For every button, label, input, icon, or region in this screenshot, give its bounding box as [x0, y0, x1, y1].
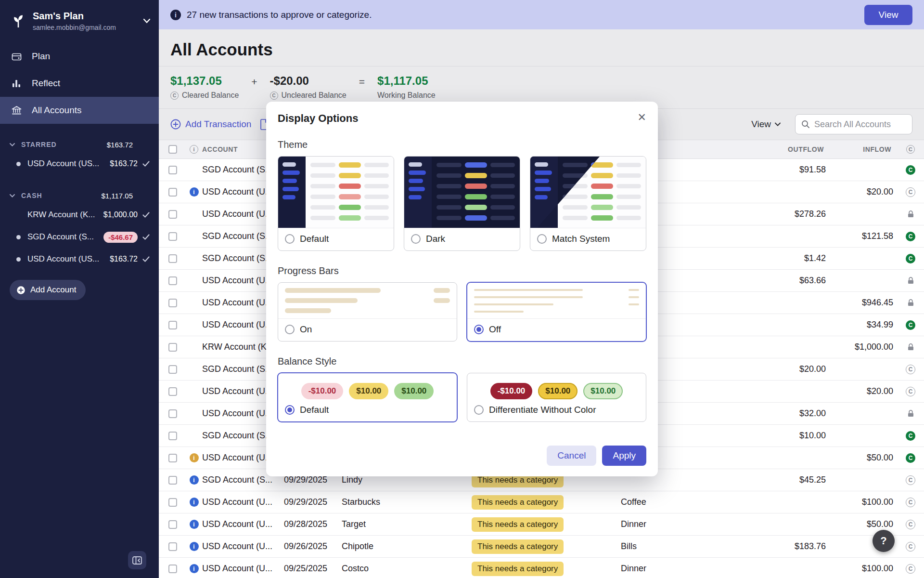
check-icon	[142, 212, 151, 218]
row-checkbox[interactable]	[168, 565, 177, 573]
chevron-down-icon	[10, 194, 16, 197]
info-icon[interactable]: i	[190, 187, 199, 197]
add-account-button[interactable]: Add Account	[10, 280, 86, 300]
info-icon[interactable]: i	[190, 498, 199, 507]
payee-cell: Costco	[342, 564, 472, 574]
group-header-cash[interactable]: CASH $1,117.05	[0, 187, 159, 204]
radio-theme-default[interactable]	[285, 234, 295, 244]
sidebar-item-label: Reflect	[32, 78, 60, 89]
cleared-status-icon[interactable]: C	[906, 431, 915, 441]
row-checkbox[interactable]	[168, 299, 177, 307]
transaction-row[interactable]: i USD Account (U... 09/25/2025 Costco Th…	[159, 558, 924, 578]
radio-theme-dark[interactable]	[411, 234, 421, 244]
row-checkbox[interactable]	[168, 542, 177, 551]
theme-option-match-system[interactable]: Match System	[530, 156, 646, 251]
search-input[interactable]	[814, 119, 906, 130]
theme-option-dark[interactable]: Dark	[404, 156, 520, 251]
cleared-status-icon[interactable]: C	[906, 187, 915, 197]
sidebar-account-item[interactable]: KRW Account (K... $1,000.00	[0, 204, 159, 226]
row-checkbox[interactable]	[168, 387, 177, 396]
sidebar-account-item[interactable]: SGD Account (S... -$46.67	[0, 226, 159, 248]
sidebar-item-plan[interactable]: Plan	[0, 43, 159, 70]
radio-balance-default[interactable]	[285, 405, 295, 415]
row-checkbox[interactable]	[168, 166, 177, 174]
row-checkbox[interactable]	[168, 409, 177, 418]
row-checkbox[interactable]	[168, 210, 177, 219]
cleared-status-icon[interactable]	[906, 342, 915, 352]
needs-category-badge[interactable]: This needs a category	[472, 495, 564, 510]
group-header-starred[interactable]: STARRED $163.72	[0, 136, 159, 153]
plan-menu-button[interactable]: Sam's Plan samlee.mobbin@gmail.com	[0, 0, 159, 40]
apply-button[interactable]: Apply	[602, 446, 646, 466]
info-icon[interactable]: i	[190, 542, 199, 551]
radio-theme-match-system[interactable]	[537, 234, 547, 244]
inflow-cell: $121.58	[830, 231, 897, 241]
sidebar-account-item[interactable]: USD Account (US... $163.72	[0, 153, 159, 175]
info-icon[interactable]: i	[190, 453, 199, 462]
transaction-row[interactable]: i USD Account (U... 09/29/2025 Starbucks…	[159, 491, 924, 513]
cleared-status-icon[interactable]: C	[906, 498, 915, 507]
uncleared-balance-amount: -$20.00	[270, 74, 346, 88]
needs-category-badge[interactable]: This needs a category	[472, 517, 564, 532]
row-checkbox[interactable]	[168, 321, 177, 329]
cleared-status-icon[interactable]: C	[906, 365, 915, 374]
row-checkbox[interactable]	[168, 520, 177, 529]
theme-option-default[interactable]: Default	[278, 156, 394, 251]
needs-category-badge[interactable]: This needs a category	[472, 562, 564, 576]
info-icon[interactable]: i	[190, 475, 199, 485]
radio-progress-on[interactable]	[285, 325, 295, 334]
outflow-column-header[interactable]: OUTFLOW	[760, 145, 830, 153]
info-icon[interactable]: i	[190, 520, 199, 529]
cleared-status-icon[interactable]: C	[906, 232, 915, 241]
row-checkbox[interactable]	[168, 276, 177, 285]
transaction-row[interactable]: i USD Account (U... 09/28/2025 Target Th…	[159, 513, 924, 536]
cleared-status-icon[interactable]: C	[906, 564, 915, 574]
cleared-status-icon[interactable]	[906, 298, 915, 308]
check-icon	[142, 161, 151, 167]
info-icon[interactable]: i	[190, 564, 199, 573]
cleared-status-icon[interactable]: C	[906, 165, 915, 175]
row-checkbox[interactable]	[168, 476, 177, 485]
inflow-column-header[interactable]: INFLOW	[830, 145, 897, 153]
row-checkbox[interactable]	[168, 232, 177, 241]
banner-view-button[interactable]: View	[864, 5, 912, 25]
row-checkbox[interactable]	[168, 254, 177, 263]
row-checkbox[interactable]	[168, 188, 177, 197]
progress-bars-option-on[interactable]: On	[278, 282, 457, 342]
balance-style-option-differentiate[interactable]: -$10.00 $10.00 $10.00 Differentiate With…	[467, 373, 646, 422]
row-checkbox[interactable]	[168, 365, 177, 374]
add-transaction-button[interactable]: Add Transaction	[170, 119, 251, 130]
radio-progress-off[interactable]	[474, 325, 484, 334]
row-checkbox[interactable]	[168, 498, 177, 507]
sidebar-item-all-accounts[interactable]: All Accounts	[0, 97, 159, 124]
cleared-status-icon[interactable]	[906, 210, 915, 219]
cleared-status-icon[interactable]: C	[906, 542, 915, 552]
sidebar-item-reflect[interactable]: Reflect	[0, 70, 159, 97]
needs-category-badge[interactable]: This needs a category	[472, 539, 564, 554]
close-icon[interactable]: ✕	[638, 112, 646, 123]
cleared-status-icon[interactable]: C	[906, 320, 915, 330]
help-button[interactable]: ?	[873, 530, 895, 552]
cleared-status-icon[interactable]: C	[906, 387, 915, 396]
cancel-button[interactable]: Cancel	[547, 446, 596, 466]
cleared-status-icon[interactable]	[906, 409, 915, 419]
cleared-status-icon[interactable]: C	[906, 475, 915, 485]
row-checkbox[interactable]	[168, 343, 177, 352]
cleared-status-icon[interactable]: C	[906, 520, 915, 529]
theme-section-label: Theme	[278, 139, 646, 150]
cleared-status-icon[interactable]: C	[906, 254, 915, 263]
progress-bars-option-off[interactable]: Off	[467, 282, 646, 342]
sidebar-nav: Plan Reflect All Accounts	[0, 43, 159, 124]
cleared-status-icon[interactable]	[906, 276, 915, 286]
balance-style-option-default[interactable]: -$10.00 $10.00 $10.00 Default	[278, 373, 457, 422]
row-checkbox[interactable]	[168, 454, 177, 462]
row-checkbox[interactable]	[168, 432, 177, 440]
sidebar-account-item[interactable]: USD Account (US... $163.72	[0, 248, 159, 270]
collapse-sidebar-button[interactable]	[128, 551, 146, 569]
radio-balance-differentiate[interactable]	[474, 405, 484, 415]
transaction-row[interactable]: i USD Account (U... 09/26/2025 Chipotle …	[159, 536, 924, 558]
balance-option-label: Default	[300, 405, 329, 415]
cleared-status-icon[interactable]: C	[906, 453, 915, 463]
select-all-checkbox[interactable]	[168, 145, 177, 154]
view-dropdown[interactable]: View	[751, 119, 781, 130]
